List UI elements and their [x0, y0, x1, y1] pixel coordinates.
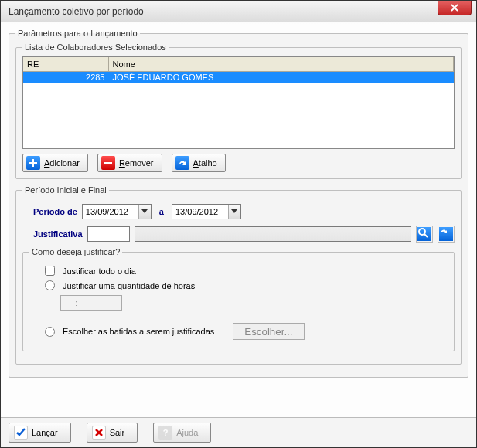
cell-nome: JOSÉ EDUARDO GOMES [108, 71, 454, 83]
justify-hours-label: Justificar uma quantidade de horas [63, 281, 195, 290]
remove-button[interactable]: Remover [97, 154, 162, 172]
justificativa-row: Justificativa [33, 226, 455, 243]
client-area: Parâmetros para o Lançamento Lista de Co… [1, 22, 476, 389]
col-nome[interactable]: Nome [108, 57, 454, 71]
add-button[interactable]: Adicionar [22, 154, 88, 172]
close-icon [451, 4, 458, 12]
add-label: Adicionar [44, 158, 80, 168]
justify-all-label: Justificar todo o dia [63, 266, 136, 276]
chevron-down-icon [141, 209, 148, 214]
justify-pick-label: Escolher as batidas a serem justificadas [63, 327, 214, 336]
chevron-down-icon [231, 209, 237, 214]
date-to-dropdown[interactable] [228, 205, 240, 219]
exit-button[interactable]: Sair [87, 423, 138, 443]
launch-button[interactable]: Lançar [9, 423, 71, 443]
justificativa-label: Justificativa [33, 229, 83, 239]
justificativa-code-input[interactable] [87, 226, 130, 242]
collaborators-fieldset: Lista de Colaboradores Selecionados RE N… [15, 42, 462, 179]
justify-all-checkbox[interactable] [45, 266, 55, 276]
redo-icon [175, 156, 189, 170]
col-re[interactable]: RE [23, 57, 108, 71]
justify-pick-row: Escolher as batidas a serem justificadas… [45, 323, 448, 340]
justify-mode-fieldset: Como deseja justificar? Justificar todo … [22, 247, 455, 351]
exit-label: Sair [110, 428, 125, 437]
justify-hours-row: Justificar uma quantidade de horas [45, 280, 448, 290]
help-button[interactable]: ? Ajuda [153, 423, 211, 443]
period-row: Período de a [33, 204, 455, 219]
escolher-button: Escolher... [233, 323, 304, 340]
date-from-input[interactable] [83, 206, 138, 217]
params-legend: Parâmetros para o Lançamento [15, 29, 140, 38]
search-icon [417, 227, 431, 241]
params-fieldset: Parâmetros para o Lançamento Lista de Co… [9, 29, 468, 378]
justify-pick-radio[interactable] [45, 327, 55, 337]
remove-label: Remover [119, 158, 154, 168]
justify-mode-legend: Como deseja justificar? [29, 247, 122, 256]
period-fieldset: Período Inicial e Final Período de a [15, 185, 462, 365]
x-icon [92, 426, 106, 440]
collaborators-legend: Lista de Colaboradores Selecionados [22, 42, 169, 52]
window-title: Lançamento coletivo por período [9, 6, 472, 17]
date-to-field[interactable] [172, 204, 241, 219]
launch-label: Lançar [32, 428, 58, 437]
titlebar: Lançamento coletivo por período [1, 1, 476, 22]
justificativa-desc-field [135, 226, 411, 242]
period-from-label: Período de [33, 207, 77, 216]
shortcut-button[interactable]: Atalho [172, 154, 226, 172]
collaborator-buttons: Adicionar Remover Atalho [22, 154, 455, 172]
plus-icon [26, 156, 40, 170]
cell-re: 2285 [23, 71, 108, 83]
collaborators-table[interactable]: RE Nome 2285 JOSÉ EDUARDO GOMES [23, 57, 454, 83]
check-icon [14, 426, 28, 440]
justify-all-row: Justificar todo o dia [45, 266, 448, 276]
svg-text:?: ? [163, 428, 169, 437]
redo-icon [439, 227, 453, 241]
minus-icon [101, 156, 115, 170]
date-to-input[interactable] [172, 206, 228, 217]
question-icon: ? [158, 426, 172, 440]
justificativa-search-button[interactable] [416, 226, 433, 243]
justify-hours-radio[interactable] [45, 280, 55, 290]
svg-point-0 [419, 229, 425, 235]
period-to-label: a [156, 207, 167, 216]
bottom-bar: Lançar Sair ? Ajuda [1, 417, 476, 447]
help-label: Ajuda [176, 428, 198, 437]
period-legend: Período Inicial e Final [22, 185, 109, 195]
close-button[interactable] [438, 1, 472, 15]
dialog-window: Lançamento coletivo por período Parâmetr… [0, 0, 477, 448]
table-row[interactable]: 2285 JOSÉ EDUARDO GOMES [23, 71, 454, 83]
justificativa-next-button[interactable] [438, 226, 455, 243]
collaborators-table-wrap: RE Nome 2285 JOSÉ EDUARDO GOMES [22, 56, 455, 149]
shortcut-label: Atalho [193, 158, 217, 168]
hours-input [60, 295, 122, 311]
date-from-dropdown[interactable] [138, 205, 151, 219]
date-from-field[interactable] [82, 204, 152, 219]
